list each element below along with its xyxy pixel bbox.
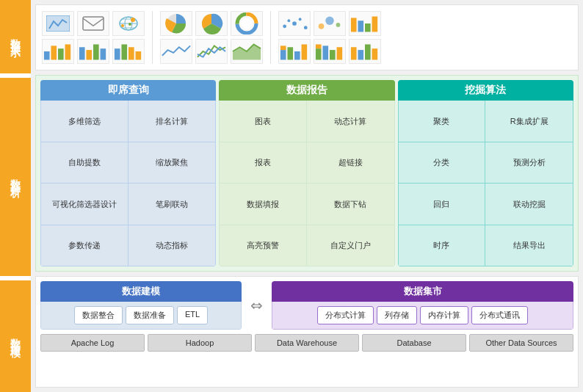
- panel-baogao: 数据报告 图表 动态计算 报表 超链接 数据填报 数据下钻 高亮预警 自定义门户: [219, 80, 394, 266]
- chart-icon-donut: [231, 11, 263, 36]
- chart-icon-envelope: [77, 11, 109, 36]
- section-zhanshi: [35, 4, 579, 70]
- jixu-cell-8: 动态指标: [128, 225, 216, 266]
- wajue-cell-8: 结果导出: [485, 225, 573, 266]
- datasource-other: Other Data Sources: [469, 334, 573, 352]
- svg-point-36: [336, 23, 341, 27]
- panel-jixu-body: 多维筛选 排名计算 自助提数 缩放聚焦 可视化筛选器设计 笔刷联动 参数传递 动…: [40, 101, 216, 266]
- svg-point-8: [131, 18, 135, 22]
- jianmo-box2-header: 数据集市: [272, 281, 573, 302]
- chart-icon-bar7: [349, 39, 381, 64]
- svg-point-31: [292, 21, 297, 26]
- panel-wajue: 挖掘算法 聚类 R集成扩展 分类 预测分析 回归 联动挖掘 时序 结果导出: [398, 80, 573, 266]
- jixu-cell-2: 排名计算: [128, 101, 216, 142]
- svg-point-28: [242, 18, 252, 29]
- svg-rect-22: [136, 51, 142, 59]
- svg-rect-44: [294, 51, 300, 59]
- wajue-cell-3: 分类: [399, 142, 486, 184]
- jixu-cell-4: 缩放聚焦: [128, 142, 216, 184]
- svg-rect-16: [86, 50, 92, 59]
- arrow-lr-icon: ⇔: [247, 281, 266, 330]
- svg-rect-42: [280, 46, 286, 50]
- pill-liestored: 列存储: [377, 306, 417, 324]
- baogao-cell-3: 报表: [220, 142, 307, 184]
- svg-rect-49: [330, 50, 336, 59]
- chart-group-2: [160, 11, 263, 64]
- svg-rect-15: [79, 47, 85, 59]
- chart-icon-bar2: [77, 39, 109, 64]
- svg-marker-0: [46, 15, 70, 32]
- svg-rect-53: [365, 44, 371, 59]
- baogao-cell-2: 动态计算: [307, 101, 394, 142]
- svg-rect-50: [337, 47, 343, 59]
- svg-rect-17: [93, 44, 99, 59]
- datasource-row: Apache Log Hadoop Data Warehouse Databas…: [40, 334, 573, 352]
- jixu-cell-3: 自助提数: [41, 142, 128, 184]
- svg-point-35: [325, 16, 333, 24]
- wajue-cell-2: R集成扩展: [485, 101, 573, 142]
- datasource-warehouse: Data Warehouse: [255, 334, 359, 352]
- chart-icon-area: [231, 39, 263, 64]
- svg-rect-37: [351, 18, 357, 32]
- jixu-cell-5: 可视化筛选器设计: [41, 184, 128, 225]
- baogao-cell-6: 数据下钻: [307, 184, 394, 225]
- chart-icon-bubble: [314, 11, 346, 36]
- svg-point-32: [299, 18, 302, 21]
- pill-neicun: 内存计算: [420, 306, 468, 324]
- chart-icon-bar5: [278, 39, 311, 64]
- baogao-cell-4: 超链接: [307, 142, 394, 184]
- baogao-cell-8: 自定义门户: [307, 225, 394, 266]
- pill-fenbu: 分布式计算: [317, 306, 374, 324]
- chart-icon-line1: [160, 39, 192, 64]
- wajue-cell-4: 预测分析: [485, 142, 573, 184]
- svg-rect-52: [358, 50, 363, 59]
- label-jianmo: 数据建模: [0, 280, 31, 392]
- chart-icon-map1: [42, 11, 74, 36]
- baogao-cell-1: 图表: [220, 101, 307, 142]
- jianmo-box-2: 数据集市 分布式计算 列存储 内存计算 分布式通讯: [272, 281, 573, 330]
- svg-rect-21: [128, 47, 134, 59]
- jixu-cell-7: 参数传递: [41, 225, 128, 266]
- wajue-cell-5: 回归: [399, 184, 486, 225]
- svg-rect-40: [372, 16, 378, 32]
- datasource-hadoop: Hadoop: [148, 334, 252, 352]
- chart-group-3: [278, 11, 381, 64]
- jianmo-box1-body: 数据整合 数据准备 ETL: [40, 302, 242, 330]
- chart-icon-pie1: [160, 11, 192, 36]
- svg-rect-19: [115, 48, 120, 59]
- panel-baogao-body: 图表 动态计算 报表 超链接 数据填报 数据下钻 高亮预警 自定义门户: [219, 101, 394, 266]
- pill-fenbu2: 分布式通讯: [471, 306, 528, 324]
- svg-point-9: [121, 24, 124, 27]
- svg-rect-46: [316, 48, 322, 59]
- svg-rect-41: [280, 50, 286, 59]
- panel-jixu-header: 即席查询: [40, 80, 216, 101]
- jixu-cell-6: 笔刷联动: [128, 184, 216, 225]
- chart-icon-line2: [195, 39, 228, 64]
- pill-zhengli: 数据整合: [74, 306, 123, 324]
- svg-rect-11: [44, 51, 50, 59]
- section-fenxi: 即席查询 多维筛选 排名计算 自助提数 缩放聚焦 可视化筛选器设计 笔刷联动 参…: [35, 75, 579, 272]
- chart-group-1: [42, 11, 145, 64]
- panel-wajue-header: 挖掘算法: [398, 80, 573, 101]
- jianmo-box1-header: 数据建模: [40, 281, 242, 302]
- panel-baogao-header: 数据报告: [219, 80, 394, 101]
- wajue-cell-6: 联动挖掘: [485, 184, 573, 225]
- svg-rect-51: [351, 47, 357, 59]
- svg-rect-39: [365, 23, 371, 32]
- svg-point-34: [319, 23, 325, 29]
- svg-point-29: [283, 24, 286, 28]
- wajue-cell-1: 聚类: [399, 101, 486, 142]
- svg-rect-43: [287, 47, 293, 59]
- wajue-cell-7: 时序: [399, 225, 486, 266]
- svg-rect-38: [358, 21, 363, 32]
- svg-rect-47: [316, 44, 322, 48]
- jixu-cell-1: 多维筛选: [41, 101, 128, 142]
- svg-point-33: [304, 26, 308, 29]
- svg-rect-13: [58, 48, 64, 59]
- chart-icon-bar4: [349, 11, 381, 36]
- svg-rect-45: [302, 44, 308, 59]
- chart-icon-bar6: [314, 39, 346, 64]
- pill-zhunbei: 数据准备: [126, 306, 174, 324]
- chart-icon-pie2: [195, 11, 228, 36]
- jianmo-box2-body: 分布式计算 列存储 内存计算 分布式通讯: [272, 302, 573, 330]
